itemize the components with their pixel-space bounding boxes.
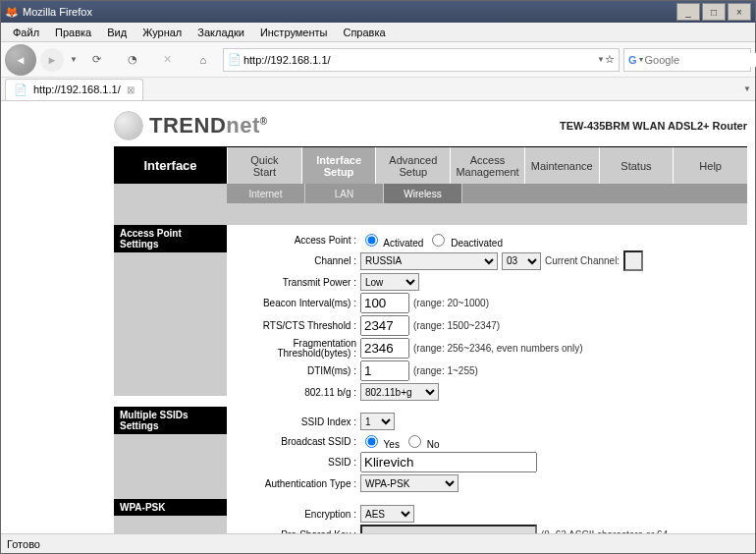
top-nav: Interface Quick Start Interface Setup Ad… — [114, 146, 747, 184]
back-button[interactable]: ◄ — [5, 44, 36, 76]
input-current-channel — [623, 250, 643, 271]
label-frag: Fragmentation Threshold(bytes) : — [233, 339, 360, 359]
subnav-internet[interactable]: Internet — [227, 184, 305, 203]
menu-help[interactable]: Справка — [335, 27, 393, 38]
url-dropdown[interactable]: ▼ — [597, 55, 605, 64]
select-tx-power[interactable]: Low — [360, 273, 419, 291]
label-dtim: DTIM(ms) : — [233, 365, 360, 376]
menu-file[interactable]: Файл — [5, 27, 47, 38]
reload-button[interactable]: ⟳ — [81, 46, 113, 74]
hint-beacon: (range: 20~1000) — [413, 298, 489, 308]
label-broadcast-ssid: Broadcast SSID : — [233, 436, 360, 447]
menu-edit[interactable]: Правка — [47, 27, 99, 38]
firefox-icon: 🦊 — [5, 6, 19, 19]
search-input[interactable] — [643, 53, 756, 67]
logo-globe-icon — [114, 111, 143, 140]
nav-maintenance[interactable]: Maintenance — [524, 147, 599, 184]
label-tx-power: Transmit Power : — [233, 277, 360, 288]
star-icon[interactable]: ☆ — [605, 53, 615, 66]
label-ssid-index: SSID Index : — [233, 416, 360, 427]
label-rts: RTS/CTS Threshold : — [233, 320, 360, 331]
menu-tools[interactable]: Инструменты — [252, 27, 336, 38]
tab-close-icon[interactable]: ⊠ — [127, 84, 135, 95]
firefox-window: 🦊 Mozilla Firefox _ □ × Файл Правка Вид … — [0, 0, 756, 554]
tab-page-icon: 📄 — [14, 83, 27, 96]
nav-help[interactable]: Help — [673, 147, 747, 184]
select-encryption[interactable]: AES — [360, 505, 414, 523]
home-button[interactable]: ⌂ — [188, 46, 219, 74]
input-rts[interactable] — [360, 315, 409, 336]
statusbar: Готово — [1, 533, 755, 553]
select-80211-mode[interactable]: 802.11b+g — [360, 383, 439, 401]
select-channel-num[interactable]: 03 — [502, 252, 541, 270]
titlebar: 🦊 Mozilla Firefox _ □ × — [1, 1, 755, 23]
label-access-point: Access Point : — [233, 235, 360, 246]
model-label: TEW-435BRM WLAN ADSL2+ Router — [560, 120, 747, 132]
tabbar: 📄 http://192.168.1.1/ ⊠ ▼ — [1, 78, 755, 101]
radio-broadcast-no[interactable]: No — [404, 432, 440, 450]
radio-ap-deactivated[interactable]: Deactivated — [427, 231, 503, 249]
menubar: Файл Правка Вид Журнал Закладки Инструме… — [1, 23, 755, 42]
subnav-wireless[interactable]: Wireless — [384, 184, 462, 203]
url-bar[interactable]: 📄 ▼ ☆ — [223, 48, 620, 72]
select-ssid-index[interactable]: 1 — [360, 413, 395, 430]
radio-ap-activated[interactable]: Activated — [360, 231, 423, 249]
nav-quick-start[interactable]: Quick Start — [227, 147, 301, 184]
page-icon: 📄 — [228, 53, 242, 66]
forward-button[interactable]: ► — [40, 48, 64, 72]
history-dropdown[interactable]: ▼ — [70, 55, 78, 64]
nav-status[interactable]: Status — [599, 147, 674, 184]
logo: TRENDnet® — [114, 111, 268, 140]
label-channel: Channel : — [233, 255, 360, 266]
label-current-channel: Current Channel: — [545, 255, 620, 266]
section-title-wpa: WPA-PSK — [114, 499, 227, 516]
nav-interface-setup[interactable]: Interface Setup — [301, 147, 376, 184]
tab-list-button[interactable]: ▼ — [743, 84, 751, 93]
brand-net: net — [226, 113, 260, 138]
select-auth-type[interactable]: WPA-PSK — [360, 474, 459, 492]
input-beacon[interactable] — [360, 293, 409, 313]
nav-access-mgmt[interactable]: Access Management — [450, 147, 524, 184]
router-page: TRENDnet® TEW-435BRM WLAN ADSL2+ Router … — [114, 101, 747, 533]
navbar: ◄ ► ▼ ⟳ ◔ ✕ ⌂ 📄 ▼ ☆ G ▾ 🔍 — [1, 42, 755, 78]
search-engine-icon[interactable]: G — [628, 54, 637, 66]
menu-history[interactable]: Журнал — [135, 27, 189, 38]
input-frag[interactable] — [360, 338, 409, 359]
input-dtim[interactable] — [360, 360, 409, 381]
content-area: TRENDnet® TEW-435BRM WLAN ADSL2+ Router … — [1, 101, 755, 533]
nav-advanced-setup[interactable]: Advanced Setup — [375, 147, 450, 184]
maximize-button[interactable]: □ — [702, 3, 726, 21]
label-80211: 802.11 b/g : — [233, 387, 360, 398]
minimize-button[interactable]: _ — [676, 3, 700, 21]
history-icon[interactable]: ◔ — [117, 46, 148, 74]
hint-frag: (range: 256~2346, even numbers only) — [413, 343, 583, 354]
subnav-lan[interactable]: LAN — [305, 184, 384, 203]
second-nav: Internet LAN Wireless — [114, 184, 747, 203]
label-encryption: Encryption : — [233, 509, 360, 520]
menu-bookmarks[interactable]: Закладки — [189, 27, 252, 38]
url-input[interactable] — [242, 53, 595, 67]
browser-tab[interactable]: 📄 http://192.168.1.1/ ⊠ — [5, 79, 143, 100]
stop-button[interactable]: ✕ — [152, 46, 184, 74]
nav-interface[interactable]: Interface — [114, 147, 227, 184]
select-channel-region[interactable]: RUSSIA — [360, 252, 498, 270]
close-button[interactable]: × — [728, 3, 751, 21]
brand-trend: TREND — [149, 113, 226, 138]
hint-rts: (range: 1500~2347) — [413, 320, 500, 331]
input-psk[interactable] — [360, 525, 537, 533]
label-auth-type: Authentication Type : — [233, 478, 360, 489]
window-title: Mozilla Firefox — [23, 6, 92, 18]
status-text: Готово — [7, 538, 40, 550]
tab-title: http://192.168.1.1/ — [33, 83, 121, 95]
section-access-point: Access Point Settings Access Point : Act… — [114, 225, 747, 407]
radio-broadcast-yes[interactable]: Yes — [360, 432, 400, 450]
section-title-ap: Access Point Settings — [114, 225, 227, 252]
label-ssid: SSID : — [233, 457, 360, 468]
brand-reg: ® — [260, 116, 268, 127]
section-ssid: Multiple SSIDs Settings SSID Index : 1 B… — [114, 407, 747, 499]
search-bar[interactable]: G ▾ 🔍 — [623, 48, 751, 72]
section-wpa: WPA-PSK Encryption : AES Pre-Shared Key … — [114, 499, 747, 533]
menu-view[interactable]: Вид — [99, 27, 135, 38]
label-beacon: Beacon Interval(ms) : — [233, 298, 360, 308]
input-ssid[interactable] — [360, 452, 537, 472]
